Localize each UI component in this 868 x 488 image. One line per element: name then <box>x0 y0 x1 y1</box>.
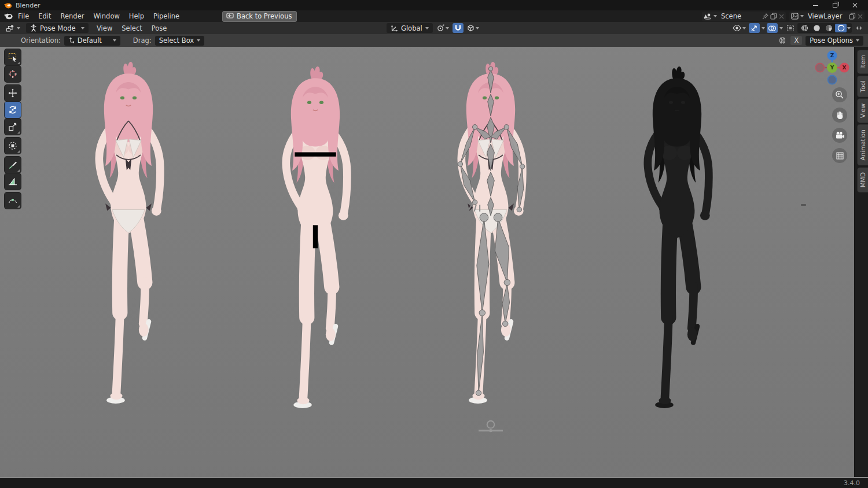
tool-select-box[interactable] <box>5 49 21 65</box>
menu-select[interactable]: Select <box>117 23 146 34</box>
orientation-axes-icon <box>391 24 398 32</box>
chevron-down-icon[interactable] <box>847 27 851 29</box>
mirror-x-toggle[interactable]: X <box>790 36 802 45</box>
pan-button[interactable] <box>832 108 847 123</box>
restore-button[interactable] <box>825 0 845 10</box>
pose-mode-armature-icon <box>30 24 37 32</box>
back-to-previous-button[interactable]: Back to Previous <box>222 11 297 22</box>
viewport-canvas[interactable]: Z X Y <box>0 47 868 478</box>
double-arrow-icon <box>855 25 863 31</box>
tool-settings-bar: Orientation: Default Drag: Select Box X … <box>0 34 868 47</box>
orientation-default-dropdown[interactable]: Default <box>64 36 120 46</box>
tool-measure[interactable] <box>5 173 21 190</box>
tab-tool[interactable]: Tool <box>857 75 868 97</box>
menu-window[interactable]: Window <box>89 11 124 21</box>
scale-icon <box>8 122 17 131</box>
camera-view-button[interactable] <box>832 128 847 143</box>
zoom-icon <box>835 90 844 99</box>
minimize-icon <box>813 5 818 6</box>
svg-text:Y: Y <box>830 65 834 71</box>
shading-mode-group <box>797 23 852 33</box>
xray-icon <box>786 24 795 32</box>
new-copy-icon[interactable] <box>849 13 856 20</box>
overlays-toggle-button[interactable] <box>767 23 778 33</box>
chevron-down-icon <box>81 27 84 29</box>
tool-scale[interactable] <box>5 119 21 135</box>
move-icon <box>8 88 17 98</box>
tool-pose-breakdowner[interactable] <box>5 193 21 209</box>
snap-increment-cube-icon <box>467 24 475 32</box>
pivot-point-button[interactable] <box>435 23 450 33</box>
editor-type-button[interactable] <box>3 23 23 34</box>
x-mirror-icon[interactable] <box>778 36 787 45</box>
viewport-edge <box>0 477 868 478</box>
tab-animation[interactable]: Animation <box>857 124 868 166</box>
mode-dropdown[interactable]: Pose Mode <box>26 23 89 33</box>
sidebar-tabs: Item Tool View Animation MMD <box>857 50 868 193</box>
gizmo-arrow-icon <box>751 24 758 32</box>
app-menu-blender-icon[interactable] <box>3 12 13 20</box>
axis-negative-x-ball[interactable] <box>816 64 825 72</box>
tool-annotate[interactable] <box>5 157 21 173</box>
shading-solid-button[interactable] <box>811 24 822 32</box>
model-censored[interactable] <box>255 62 376 451</box>
grid-icon <box>836 151 844 160</box>
minimize-button[interactable] <box>806 0 825 10</box>
tab-mmd[interactable]: MMD <box>857 167 868 193</box>
xray-toggle-button[interactable] <box>785 23 796 33</box>
scene-name: Scene <box>719 12 760 20</box>
drag-label: Drag: <box>133 36 152 45</box>
tool-cursor[interactable] <box>5 66 21 82</box>
transform-orientation-dropdown[interactable]: Global <box>387 23 433 33</box>
tab-item[interactable]: Item <box>857 50 868 74</box>
pose-options-dropdown[interactable]: Pose Options <box>806 36 863 46</box>
orientation-label: Orientation: <box>21 36 61 45</box>
gizmos-toggle-button[interactable] <box>749 23 760 33</box>
unlink-x-icon[interactable] <box>779 14 784 19</box>
pin-icon[interactable] <box>762 13 768 20</box>
drag-dropdown[interactable]: Select Box <box>155 36 205 46</box>
menu-pipeline[interactable]: Pipeline <box>149 11 184 21</box>
axis-y-ball[interactable]: Y <box>827 62 837 73</box>
viewlayer-name: ViewLayer <box>806 12 847 20</box>
model-wireframe[interactable] <box>616 62 738 451</box>
annotate-pen-icon <box>8 160 17 169</box>
model-textured[interactable] <box>68 58 189 446</box>
viewlayer-selector[interactable]: ViewLayer <box>789 12 865 21</box>
chevron-down-icon[interactable] <box>762 27 765 29</box>
menu-help[interactable]: Help <box>124 11 149 21</box>
snap-toggle-button[interactable] <box>453 23 464 33</box>
show-object-types-button[interactable] <box>731 23 747 33</box>
snap-target-button[interactable] <box>466 23 480 33</box>
tool-transform[interactable] <box>5 138 21 154</box>
new-copy-icon[interactable] <box>770 13 777 20</box>
zoom-button[interactable] <box>832 87 847 102</box>
shading-rendered-button[interactable] <box>835 24 847 32</box>
navigation-axis-gizmo[interactable]: Z X Y <box>814 49 851 86</box>
tool-column <box>5 49 21 209</box>
expand-header-button[interactable] <box>854 23 865 33</box>
menu-view[interactable]: View <box>92 23 117 34</box>
distant-object <box>801 204 806 206</box>
tool-rotate[interactable] <box>5 102 21 118</box>
menu-file[interactable]: File <box>13 11 34 21</box>
tool-move[interactable] <box>5 85 21 101</box>
cursor-3d-icon <box>8 69 17 79</box>
chevron-down-icon[interactable] <box>779 27 783 29</box>
measure-icon <box>8 177 17 186</box>
close-button[interactable] <box>845 0 865 10</box>
remove-x-icon[interactable] <box>858 14 863 19</box>
axis-x-ball[interactable]: X <box>840 63 849 73</box>
scene-selector[interactable]: Scene <box>702 12 786 21</box>
orthographic-toggle-button[interactable] <box>832 148 847 163</box>
shading-material-button[interactable] <box>823 24 834 32</box>
menu-pose[interactable]: Pose <box>147 23 172 34</box>
axis-z-ball[interactable]: Z <box>827 51 837 61</box>
menu-bar: File Edit Render Window Help Pipeline Ba… <box>0 10 868 22</box>
menu-render[interactable]: Render <box>56 11 89 21</box>
tab-view[interactable]: View <box>857 98 868 123</box>
model-with-armature[interactable] <box>430 58 551 446</box>
shading-wireframe-button[interactable] <box>799 24 810 32</box>
menu-edit[interactable]: Edit <box>34 11 56 21</box>
axis-negative-z-ball[interactable] <box>828 76 837 84</box>
